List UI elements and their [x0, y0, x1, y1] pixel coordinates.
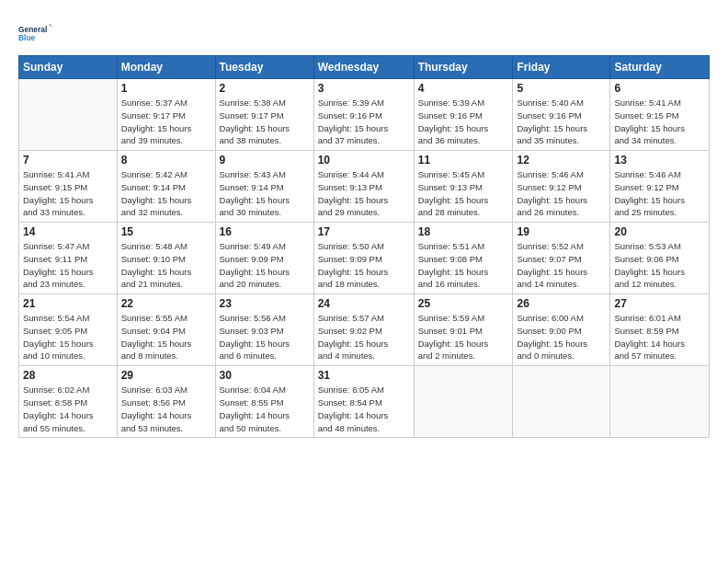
day-cell: 5Sunrise: 5:40 AM Sunset: 9:16 PM Daylig…: [513, 79, 610, 151]
week-row-4: 21Sunrise: 5:54 AM Sunset: 9:05 PM Dayli…: [19, 294, 710, 366]
day-number: 1: [121, 82, 211, 95]
day-info: Sunrise: 5:41 AM Sunset: 9:15 PM Dayligh…: [614, 97, 705, 147]
day-number: 15: [121, 225, 211, 238]
day-info: Sunrise: 5:53 AM Sunset: 9:06 PM Dayligh…: [614, 240, 705, 291]
day-cell: 18Sunrise: 5:51 AM Sunset: 9:08 PM Dayli…: [414, 223, 513, 294]
day-cell: 3Sunrise: 5:39 AM Sunset: 9:16 PM Daylig…: [313, 79, 414, 151]
day-cell: 6Sunrise: 5:41 AM Sunset: 9:15 PM Daylig…: [610, 79, 710, 151]
day-cell: 12Sunrise: 5:46 AM Sunset: 9:12 PM Dayli…: [513, 151, 610, 223]
day-cell: 10Sunrise: 5:44 AM Sunset: 9:13 PM Dayli…: [313, 151, 414, 223]
day-cell: 24Sunrise: 5:57 AM Sunset: 9:02 PM Dayli…: [313, 294, 414, 366]
logo-svg: General Blue: [18, 17, 51, 50]
day-cell: 2Sunrise: 5:38 AM Sunset: 9:17 PM Daylig…: [215, 79, 313, 151]
day-info: Sunrise: 5:45 AM Sunset: 9:13 PM Dayligh…: [418, 168, 509, 219]
day-info: Sunrise: 5:41 AM Sunset: 9:15 PM Dayligh…: [23, 168, 113, 219]
week-row-5: 28Sunrise: 6:02 AM Sunset: 8:58 PM Dayli…: [19, 366, 710, 438]
col-header-thursday: Thursday: [414, 56, 513, 79]
day-cell: 4Sunrise: 5:39 AM Sunset: 9:16 PM Daylig…: [414, 79, 513, 151]
day-number: 5: [517, 82, 606, 95]
day-info: Sunrise: 5:49 AM Sunset: 9:09 PM Dayligh…: [220, 240, 310, 291]
calendar-table: SundayMondayTuesdayWednesdayThursdayFrid…: [18, 55, 710, 438]
svg-text:General: General: [18, 25, 47, 34]
day-cell: 22Sunrise: 5:55 AM Sunset: 9:04 PM Dayli…: [117, 294, 215, 366]
week-row-3: 14Sunrise: 5:47 AM Sunset: 9:11 PM Dayli…: [19, 223, 710, 294]
day-number: 20: [614, 225, 705, 238]
svg-text:Blue: Blue: [18, 33, 36, 42]
day-info: Sunrise: 5:40 AM Sunset: 9:16 PM Dayligh…: [517, 97, 606, 147]
day-info: Sunrise: 6:01 AM Sunset: 8:59 PM Dayligh…: [614, 312, 705, 362]
day-cell: 26Sunrise: 6:00 AM Sunset: 9:00 PM Dayli…: [513, 294, 610, 366]
day-number: 25: [418, 297, 509, 310]
day-info: Sunrise: 6:03 AM Sunset: 8:56 PM Dayligh…: [121, 384, 211, 434]
logo: General Blue: [18, 17, 51, 50]
day-info: Sunrise: 5:48 AM Sunset: 9:10 PM Dayligh…: [121, 240, 211, 291]
header: General Blue: [18, 17, 710, 50]
day-info: Sunrise: 5:37 AM Sunset: 9:17 PM Dayligh…: [121, 97, 211, 147]
day-cell: 28Sunrise: 6:02 AM Sunset: 8:58 PM Dayli…: [19, 366, 118, 438]
day-number: 23: [220, 297, 310, 310]
day-info: Sunrise: 5:50 AM Sunset: 9:09 PM Dayligh…: [318, 240, 410, 291]
day-info: Sunrise: 6:05 AM Sunset: 8:54 PM Dayligh…: [318, 384, 410, 434]
day-info: Sunrise: 5:42 AM Sunset: 9:14 PM Dayligh…: [121, 168, 211, 219]
col-header-wednesday: Wednesday: [313, 56, 414, 79]
day-number: 16: [220, 225, 310, 238]
day-number: 6: [614, 82, 705, 95]
day-cell: 23Sunrise: 5:56 AM Sunset: 9:03 PM Dayli…: [215, 294, 313, 366]
day-number: 14: [23, 225, 113, 238]
day-info: Sunrise: 5:39 AM Sunset: 9:16 PM Dayligh…: [318, 97, 410, 147]
day-info: Sunrise: 5:46 AM Sunset: 9:12 PM Dayligh…: [517, 168, 606, 219]
day-number: 21: [23, 297, 113, 310]
day-cell: 15Sunrise: 5:48 AM Sunset: 9:10 PM Dayli…: [117, 223, 215, 294]
day-cell: 11Sunrise: 5:45 AM Sunset: 9:13 PM Dayli…: [414, 151, 513, 223]
week-row-1: 1Sunrise: 5:37 AM Sunset: 9:17 PM Daylig…: [19, 79, 710, 151]
day-info: Sunrise: 5:59 AM Sunset: 9:01 PM Dayligh…: [418, 312, 509, 362]
day-number: 19: [517, 225, 606, 238]
day-info: Sunrise: 5:46 AM Sunset: 9:12 PM Dayligh…: [614, 168, 705, 219]
day-cell: 27Sunrise: 6:01 AM Sunset: 8:59 PM Dayli…: [610, 294, 710, 366]
day-cell: [19, 79, 118, 151]
day-info: Sunrise: 5:54 AM Sunset: 9:05 PM Dayligh…: [23, 312, 113, 362]
day-number: 17: [318, 225, 410, 238]
day-number: 10: [318, 154, 410, 167]
day-number: 29: [121, 369, 211, 382]
col-header-sunday: Sunday: [19, 56, 118, 79]
day-number: 9: [220, 154, 310, 167]
page: General Blue SundayMondayTuesdayWednesda…: [0, 0, 728, 449]
day-number: 11: [418, 154, 509, 167]
day-cell: [414, 366, 513, 438]
day-info: Sunrise: 5:56 AM Sunset: 9:03 PM Dayligh…: [220, 312, 310, 362]
day-number: 28: [23, 369, 113, 382]
day-number: 24: [318, 297, 410, 310]
day-cell: 16Sunrise: 5:49 AM Sunset: 9:09 PM Dayli…: [215, 223, 313, 294]
day-cell: 13Sunrise: 5:46 AM Sunset: 9:12 PM Dayli…: [610, 151, 710, 223]
header-row: SundayMondayTuesdayWednesdayThursdayFrid…: [19, 56, 710, 79]
day-info: Sunrise: 5:43 AM Sunset: 9:14 PM Dayligh…: [220, 168, 310, 219]
day-number: 22: [121, 297, 211, 310]
day-number: 7: [23, 154, 113, 167]
day-number: 8: [121, 154, 211, 167]
day-info: Sunrise: 6:00 AM Sunset: 9:00 PM Dayligh…: [517, 312, 606, 362]
day-number: 3: [318, 82, 410, 95]
day-number: 27: [614, 297, 705, 310]
day-info: Sunrise: 6:02 AM Sunset: 8:58 PM Dayligh…: [23, 384, 113, 434]
day-number: 31: [318, 369, 410, 382]
col-header-monday: Monday: [117, 56, 215, 79]
svg-marker-2: [49, 24, 51, 28]
week-row-2: 7Sunrise: 5:41 AM Sunset: 9:15 PM Daylig…: [19, 151, 710, 223]
day-number: 13: [614, 154, 705, 167]
day-cell: 20Sunrise: 5:53 AM Sunset: 9:06 PM Dayli…: [610, 223, 710, 294]
day-cell: 29Sunrise: 6:03 AM Sunset: 8:56 PM Dayli…: [117, 366, 215, 438]
day-cell: 7Sunrise: 5:41 AM Sunset: 9:15 PM Daylig…: [19, 151, 118, 223]
day-cell: [610, 366, 710, 438]
day-cell: 8Sunrise: 5:42 AM Sunset: 9:14 PM Daylig…: [117, 151, 215, 223]
day-info: Sunrise: 5:52 AM Sunset: 9:07 PM Dayligh…: [517, 240, 606, 291]
day-cell: 25Sunrise: 5:59 AM Sunset: 9:01 PM Dayli…: [414, 294, 513, 366]
day-cell: 14Sunrise: 5:47 AM Sunset: 9:11 PM Dayli…: [19, 223, 118, 294]
day-info: Sunrise: 5:55 AM Sunset: 9:04 PM Dayligh…: [121, 312, 211, 362]
day-info: Sunrise: 5:47 AM Sunset: 9:11 PM Dayligh…: [23, 240, 113, 291]
day-info: Sunrise: 6:04 AM Sunset: 8:55 PM Dayligh…: [220, 384, 310, 434]
col-header-friday: Friday: [513, 56, 610, 79]
day-cell: 30Sunrise: 6:04 AM Sunset: 8:55 PM Dayli…: [215, 366, 313, 438]
day-number: 4: [418, 82, 509, 95]
day-info: Sunrise: 5:44 AM Sunset: 9:13 PM Dayligh…: [318, 168, 410, 219]
